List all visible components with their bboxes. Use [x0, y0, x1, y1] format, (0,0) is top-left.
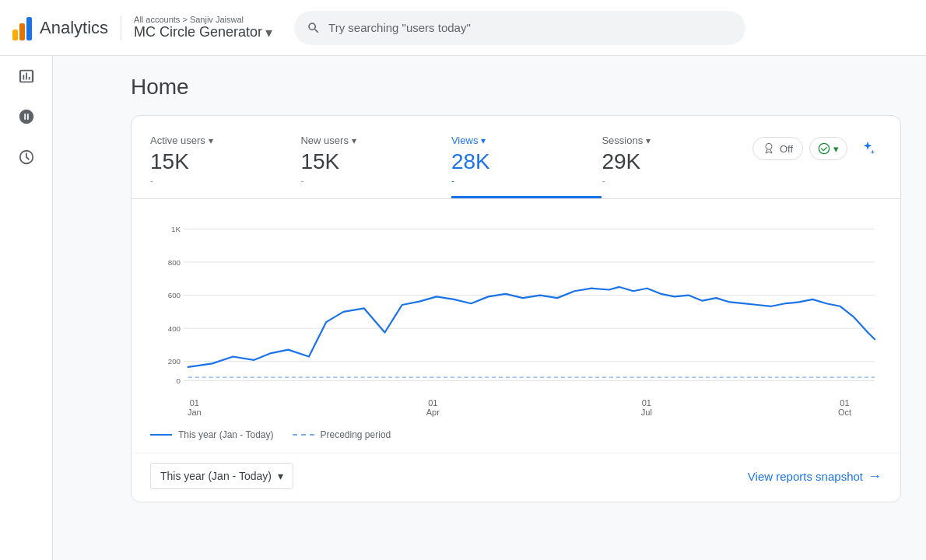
medal-icon [763, 142, 775, 155]
sessions-dropdown[interactable]: ▾ [646, 135, 651, 146]
app-title: Analytics [40, 18, 108, 38]
legend-this-year: This year (Jan - Today) [150, 429, 274, 440]
metric-new-users[interactable]: New users ▾ 15K - [300, 128, 451, 198]
search-icon [307, 21, 321, 35]
metric-active-users[interactable]: Active users ▾ 15K - [150, 128, 300, 198]
legend-preceding: Preceding period [293, 429, 391, 440]
svg-text:800: 800 [168, 258, 181, 267]
svg-text:600: 600 [168, 291, 181, 299]
metric-views[interactable]: Views ▾ 28K - [451, 128, 602, 198]
svg-text:1K: 1K [171, 225, 181, 233]
date-range-arrow: ▾ [278, 470, 283, 482]
sidebar-item-reports[interactable] [11, 61, 42, 92]
check-circle-icon [818, 142, 830, 155]
account-selector[interactable]: All accounts > Sanjiv Jaiswal MC Circle … [134, 15, 272, 41]
sidebar-item-explore[interactable] [11, 101, 42, 132]
main-content: Home Active users ▾ 15K - New users ▾ 15… [106, 56, 926, 560]
metric-sessions[interactable]: Sessions ▾ 29K - [602, 128, 752, 198]
breadcrumb: All accounts > Sanjiv Jaiswal [134, 15, 272, 24]
property-selector[interactable]: MC Circle Generator ▾ [134, 24, 272, 41]
svg-text:200: 200 [168, 357, 181, 366]
search-bar[interactable]: Try searching "users today" [294, 11, 745, 45]
svg-point-2 [819, 143, 829, 153]
property-dropdown-arrow: ▾ [265, 24, 272, 41]
arrow-right-icon: → [868, 468, 882, 485]
analytics-card: Active users ▾ 15K - New users ▾ 15K - V… [131, 115, 901, 502]
chart-legend: This year (Jan - Today) Preceding period [132, 423, 900, 453]
line-chart: 1K 800 600 400 200 0 [150, 212, 882, 398]
header: Analytics All accounts > Sanjiv Jaiswal … [0, 0, 926, 56]
search-placeholder: Try searching "users today" [328, 21, 471, 34]
svg-text:400: 400 [168, 324, 181, 333]
analytics-logo [12, 16, 32, 40]
svg-point-1 [766, 143, 772, 149]
card-footer: This year (Jan - Today) ▾ View reports s… [132, 453, 900, 502]
chart-area: 1K 800 600 400 200 0 01Jan 01Apr [132, 199, 900, 423]
x-label-oct: 01Oct [838, 398, 851, 417]
logo-area: Analytics [12, 16, 121, 40]
metric-controls: Off ▾ [752, 128, 882, 163]
legend-line-dashed [293, 434, 314, 436]
insights-button[interactable] [854, 135, 882, 163]
x-label-jan: 01Jan [188, 398, 202, 417]
new-users-dropdown[interactable]: ▾ [352, 135, 356, 146]
views-dropdown[interactable]: ▾ [481, 135, 486, 146]
x-label-jul: 01Jul [641, 398, 652, 417]
x-label-apr: 01Apr [426, 398, 440, 417]
sidebar-item-advertising[interactable] [11, 142, 42, 173]
sparkle-icon [859, 140, 876, 157]
benchmarks-toggle[interactable]: Off [752, 137, 803, 160]
sidebar [0, 0, 53, 560]
metrics-row: Active users ▾ 15K - New users ▾ 15K - V… [132, 116, 900, 199]
legend-line-solid [150, 434, 172, 436]
view-reports-button[interactable]: View reports snapshot → [748, 468, 882, 485]
active-users-dropdown[interactable]: ▾ [209, 135, 213, 146]
date-range-selector[interactable]: This year (Jan - Today) ▾ [150, 463, 293, 489]
comparison-toggle[interactable]: ▾ [809, 137, 847, 160]
page-title: Home [131, 75, 901, 100]
svg-text:0: 0 [177, 376, 181, 385]
